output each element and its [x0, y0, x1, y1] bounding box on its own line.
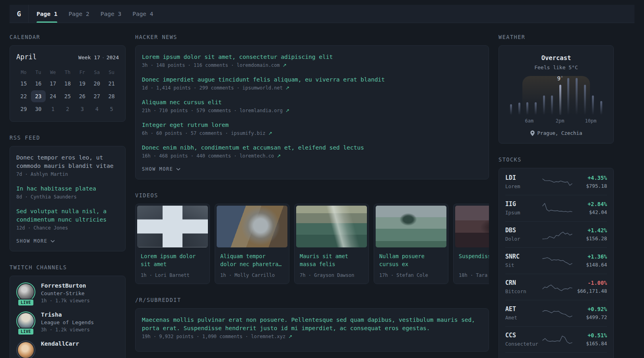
stock-row-ahs[interactable]: AHS+0.46% — [505, 353, 607, 358]
calendar-weekday-label: Th — [60, 70, 75, 75]
map-pin-icon — [530, 130, 535, 136]
hackernews-item-title[interactable]: Donec imperdiet augue tincidunt felis al… — [142, 76, 482, 84]
calendar-day: 25 — [60, 90, 75, 102]
video-card[interactable]: Lorem ipsum dolor sit amet consectetu…1h… — [135, 204, 210, 284]
stock-price: $66,171.48 — [573, 288, 607, 294]
stock-row-dbs[interactable]: DBSDolor+1.42%$156.28 — [505, 222, 607, 248]
hackernews-item-title[interactable]: Integer eget rutrum lorem — [142, 121, 482, 129]
video-meta: 18h · Tara — [459, 272, 489, 278]
sparkline-chart — [542, 176, 572, 188]
rss-show-more-button[interactable]: SHOW MORE — [16, 238, 119, 244]
video-card[interactable]: Suspendisse diam18h · Tara — [453, 204, 489, 284]
avatar-image — [18, 313, 34, 329]
tab-page-1[interactable]: Page 1 — [37, 5, 57, 23]
stock-row-iig[interactable]: IIGIpsum+2.84%$42.04 — [505, 195, 607, 222]
rss-section-title: RSS FEED — [10, 134, 126, 141]
stock-values: +1.42%$156.28 — [573, 227, 607, 241]
calendar-weekday-label: Fr — [75, 70, 89, 75]
stock-sparkline — [542, 281, 573, 293]
video-title: Mauris sit amet massa felis — [300, 252, 363, 268]
stock-sparkline — [542, 307, 573, 319]
weather-current-temp-label: 9° — [557, 75, 563, 82]
rss-item-title[interactable]: Donec tempor eros leo, ut commodo mauris… — [16, 154, 119, 170]
calendar-separator: · — [102, 54, 105, 60]
stock-sparkline — [542, 176, 573, 188]
twitch-channel-name: Trisha — [41, 311, 94, 318]
weather-bar — [567, 78, 569, 115]
weather-bar-current — [559, 85, 561, 115]
stock-change-percent: +4.35% — [573, 175, 607, 181]
video-title: Nullam posuere cursus ex — [379, 252, 443, 268]
weather-bar — [592, 95, 594, 115]
video-title: Lorem ipsum dolor sit amet consectetu… — [141, 252, 204, 268]
calendar-day: 26 — [75, 90, 89, 102]
hackernews-item: Donec imperdiet augue tincidunt felis al… — [142, 76, 482, 91]
external-link-icon: ↗ — [277, 153, 281, 159]
video-card[interactable]: Mauris sit amet massa felis7h · Grayson … — [294, 204, 369, 284]
calendar-day: 30 — [31, 103, 46, 115]
rss-item: Donec tempor eros leo, ut commodo mauris… — [16, 154, 119, 177]
weather-card: Overcast Feels like 5°C 9° 6am2pm10pm Pr… — [499, 45, 614, 144]
tab-page-2[interactable]: Page 2 — [68, 5, 89, 23]
stock-company-name: Dolor — [505, 236, 542, 242]
subreddit-item-title[interactable]: Maecenas mollis pulvinar erat non posuer… — [142, 316, 482, 333]
stock-values: +1.36%$148.64 — [573, 253, 607, 268]
subreddit-card: Maecenas mollis pulvinar erat non posuer… — [135, 308, 489, 352]
video-card-row: Lorem ipsum dolor sit amet consectetu…1h… — [135, 204, 489, 284]
rss-item-title[interactable]: In hac habitasse platea — [16, 185, 119, 193]
stock-price: $165.84 — [573, 340, 607, 346]
tab-page-3[interactable]: Page 3 — [101, 5, 121, 23]
sparkline-chart — [542, 333, 572, 345]
calendar-weekday-row: MoTuWeThFrSaSu — [16, 70, 119, 75]
dashboard-grid: CALENDAR April Week 17·2024 MoTuWeThFrSa… — [10, 34, 634, 358]
calendar-day-current: 23 — [31, 90, 46, 102]
external-link-icon: ↗ — [268, 130, 272, 136]
stock-row-ccs[interactable]: CCSConsectetur+0.51%$165.84 — [505, 327, 607, 353]
twitch-avatar-wrap — [16, 340, 35, 358]
weather-bar — [518, 103, 520, 115]
twitch-avatar-wrap: LIVE — [16, 282, 35, 304]
video-card[interactable]: Aliquam tempor dolor nec pharetra…1h · M… — [215, 204, 289, 284]
stock-row-crn[interactable]: CRNBitcorn-1.00%$66,171.48 — [505, 274, 607, 300]
twitch-channel-item[interactable]: KendallCarr — [16, 340, 119, 358]
video-meta: 17h · Stefan Cole — [379, 272, 443, 278]
stock-change-percent: -1.00% — [573, 280, 607, 286]
middle-column: HACKER NEWS Lorem ipsum dolor sit amet, … — [135, 34, 489, 352]
stock-company-name: Ipsum — [505, 210, 542, 216]
calendar-day-grid: 1516171819202122232425262728293012345 — [16, 78, 119, 115]
external-link-icon: ↗ — [285, 108, 289, 113]
stock-row-ldi[interactable]: LDILorem+4.35%$795.18 — [505, 169, 607, 195]
left-column: CALENDAR April Week 17·2024 MoTuWeThFrSa… — [10, 34, 126, 358]
twitch-channel-game: Counter-Strike — [41, 290, 90, 296]
twitch-channel-item[interactable]: LIVETrishaLeague of Legends3h · 1.2k vie… — [16, 311, 119, 333]
calendar-day: 16 — [31, 78, 46, 90]
video-card[interactable]: Nullam posuere cursus ex17h · Stefan Col… — [374, 204, 448, 284]
stock-sparkline — [542, 333, 573, 345]
hackernews-item: Integer eget rutrum lorem6h · 60 points … — [142, 121, 482, 136]
stock-row-aet[interactable]: AETAmet+0.92%$499.72 — [505, 300, 607, 327]
weather-axis-label: 6am — [525, 118, 533, 124]
tab-page-4[interactable]: Page 4 — [132, 5, 153, 23]
chevron-down-icon — [176, 168, 180, 171]
stock-symbol: DBS — [505, 227, 542, 234]
twitch-channel-info: KendallCarr — [41, 340, 79, 358]
rss-item-title[interactable]: Sed volutpat nulla nisl, a condimentum n… — [16, 207, 119, 224]
dashboard-page: G Page 1Page 2Page 3Page 4 CALENDAR Apri… — [0, 0, 644, 358]
calendar-week-year: Week 17·2024 — [78, 54, 119, 60]
twitch-channel-item[interactable]: LIVEForrestBurtonCounter-Strike1h · 1.7k… — [16, 282, 119, 304]
app-logo[interactable]: G — [10, 5, 29, 23]
hackernews-show-more-button[interactable]: SHOW MORE — [142, 166, 482, 172]
stock-price: $148.64 — [573, 262, 607, 268]
stock-identity: CCSConsectetur — [505, 332, 542, 347]
hackernews-item-title[interactable]: Aliquam nec cursus elit — [142, 98, 482, 107]
stock-row-snrc[interactable]: SNRCSit+1.36%$148.64 — [505, 248, 607, 274]
stock-identity: LDILorem — [505, 174, 542, 189]
twitch-card: LIVEForrestBurtonCounter-Strike1h · 1.7k… — [10, 276, 126, 358]
weather-bar — [535, 102, 537, 115]
stock-identity: AETAmet — [505, 305, 542, 321]
twitch-channel-info: TrishaLeague of Legends3h · 1.2k viewers — [41, 311, 94, 333]
weather-bar — [600, 101, 602, 115]
hackernews-item-title[interactable]: Lorem ipsum dolor sit amet, consectetur … — [142, 53, 482, 61]
twitch-widget: TWITCH CHANNELS LIVEForrestBurtonCounter… — [10, 264, 126, 358]
hackernews-item-title[interactable]: Donec enim nibh, condimentum et accumsan… — [142, 144, 482, 152]
